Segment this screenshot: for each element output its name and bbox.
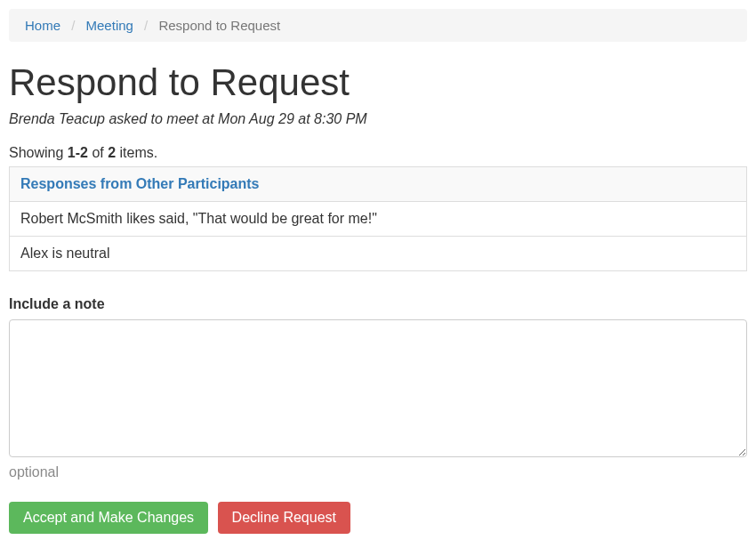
page-title: Respond to Request: [9, 61, 747, 104]
summary-total: 2: [108, 145, 116, 160]
summary-middle: of: [88, 145, 108, 160]
note-hint: optional: [9, 464, 747, 480]
page-subtitle: Brenda Teacup asked to meet at Mon Aug 2…: [9, 111, 747, 127]
summary-range: 1-2: [68, 145, 88, 160]
breadcrumb-current: Respond to Request: [158, 18, 280, 33]
note-textarea[interactable]: [9, 319, 747, 457]
breadcrumb-separator: /: [64, 18, 82, 33]
response-cell: Robert McSmith likes said, "That would b…: [10, 202, 747, 237]
breadcrumb-meeting[interactable]: Meeting: [86, 18, 133, 33]
results-summary: Showing 1-2 of 2 items.: [9, 145, 747, 161]
breadcrumb-separator: /: [137, 18, 155, 33]
responses-table: Responses from Other Participants Robert…: [9, 166, 747, 271]
table-row: Robert McSmith likes said, "That would b…: [10, 202, 747, 237]
summary-suffix: items.: [116, 145, 157, 160]
breadcrumb-home[interactable]: Home: [25, 18, 60, 33]
table-row: Alex is neutral: [10, 237, 747, 271]
responses-header-cell: Responses from Other Participants: [10, 167, 747, 202]
responses-header-link[interactable]: Responses from Other Participants: [20, 176, 260, 191]
note-label: Include a note: [9, 296, 747, 312]
decline-button[interactable]: Decline Request: [218, 502, 350, 534]
breadcrumb: Home / Meeting / Respond to Request: [9, 9, 747, 42]
response-cell: Alex is neutral: [10, 237, 747, 271]
accept-button[interactable]: Accept and Make Changes: [9, 502, 208, 534]
summary-prefix: Showing: [9, 145, 68, 160]
